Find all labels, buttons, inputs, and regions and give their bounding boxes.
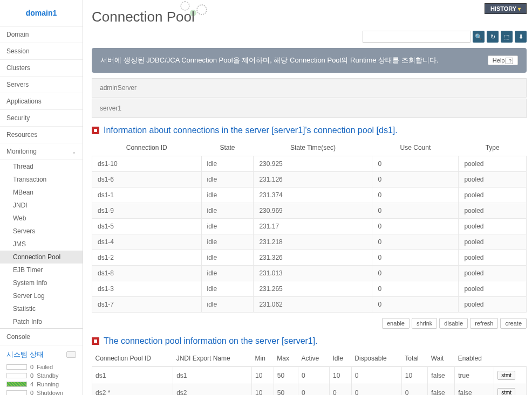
- cell-state: idle: [201, 281, 254, 297]
- cell-state: idle: [201, 203, 254, 219]
- table-row[interactable]: ds1-4idle231.2180pooled: [92, 234, 527, 250]
- cell-type: pooled: [459, 156, 527, 172]
- col-connection-id: Connection ID: [92, 140, 202, 156]
- cell-id: ds1-1: [92, 188, 202, 203]
- search-input[interactable]: [363, 31, 470, 43]
- table-row[interactable]: ds1-10idle230.9250pooled: [92, 156, 527, 172]
- sidebar-item-domain[interactable]: Domain: [0, 26, 83, 43]
- cell-time: 231.013: [254, 266, 372, 281]
- cell-id: ds1-3: [92, 281, 202, 297]
- sidebar-sub-transaction[interactable]: Transaction: [0, 173, 83, 186]
- cell-wait: false: [428, 384, 455, 396]
- cell-max: 50: [274, 367, 298, 384]
- table-row[interactable]: ds1-3idle231.2650pooled: [92, 281, 527, 297]
- cell-count: 0: [372, 203, 459, 219]
- enable-button[interactable]: enable: [382, 318, 410, 329]
- help-button[interactable]: Help: [488, 56, 518, 65]
- refresh-icon[interactable]: ↻: [487, 31, 499, 43]
- sidebar-sub-patch-info[interactable]: Patch Info: [0, 315, 83, 328]
- search-icon[interactable]: 🔍: [473, 31, 485, 43]
- sidebar-sub-monitoring: Thread Transaction MBean JNDI Web Server…: [0, 160, 83, 328]
- status-panel-icon[interactable]: [66, 351, 76, 358]
- status-row-running: 4 Running: [6, 380, 76, 389]
- sidebar-item-monitoring[interactable]: Monitoring ⌄: [0, 143, 83, 160]
- col-type: Type: [459, 140, 527, 156]
- stmt-button[interactable]: stmt: [497, 388, 515, 395]
- status-bar-icon: [6, 364, 27, 370]
- sidebar-sub-thread[interactable]: Thread: [0, 160, 83, 173]
- cell-time: 231.17: [254, 219, 372, 234]
- status-bar-icon: [6, 373, 27, 378]
- table-row[interactable]: ds1-7idle231.0620pooled: [92, 297, 527, 313]
- cell-type: pooled: [459, 234, 527, 250]
- table-row[interactable]: ds1-5idle231.170pooled: [92, 219, 527, 234]
- export-icon[interactable]: ⬇: [515, 31, 527, 43]
- sidebar-item-session[interactable]: Session: [0, 43, 83, 60]
- cell-time: 231.062: [254, 297, 372, 313]
- info-banner: 서버에 생성된 JDBC/JCA Connection Pool을 제어하며, …: [92, 48, 527, 73]
- table-row[interactable]: ds2 *ds210500000falsefalsestmt: [92, 384, 527, 396]
- cell-idle: 0: [330, 384, 352, 396]
- sidebar-sub-system-info[interactable]: System Info: [0, 276, 83, 289]
- cell-count: 0: [372, 172, 459, 188]
- section1-title: Information about connections in the ser…: [92, 126, 527, 135]
- cell-count: 0: [372, 156, 459, 172]
- status-count: 0: [30, 364, 33, 370]
- cell-count: 0: [372, 234, 459, 250]
- cell-stmt: stmt: [494, 384, 527, 396]
- status-row-shutdown: 0 Shutdown: [6, 389, 76, 395]
- table-row[interactable]: ds1-6idle231.1260pooled: [92, 172, 527, 188]
- sidebar-sub-mbean[interactable]: MBean: [0, 186, 83, 199]
- col-stmt: [494, 350, 527, 367]
- table-row[interactable]: ds1-1idle231.3740pooled: [92, 188, 527, 203]
- table-row[interactable]: ds1-9idle230.9690pooled: [92, 203, 527, 219]
- cell-time: 231.126: [254, 172, 372, 188]
- sidebar-sub-servers[interactable]: Servers: [0, 225, 83, 238]
- sidebar-sub-statistic[interactable]: Statistic: [0, 302, 83, 315]
- sidebar-console[interactable]: Console: [0, 328, 83, 345]
- cell-id: ds1-7: [92, 297, 202, 313]
- table-header-row: Connection ID State State Time(sec) Use …: [92, 140, 527, 156]
- cell-type: pooled: [459, 281, 527, 297]
- system-status-title-text: 시스템 상태: [6, 350, 44, 359]
- table-row[interactable]: ds1ds11050010010falsetruestmt: [92, 367, 527, 384]
- refresh-button[interactable]: refresh: [470, 318, 498, 329]
- system-status-panel: 시스템 상태 0 Failed 0 Standby 4 Running 0: [0, 345, 83, 395]
- create-button[interactable]: create: [500, 318, 527, 329]
- sidebar-item-clusters[interactable]: Clusters: [0, 60, 83, 77]
- server-row-server1[interactable]: server1: [92, 99, 527, 118]
- cell-time: 231.265: [254, 281, 372, 297]
- xml-icon[interactable]: ⬚: [501, 31, 513, 43]
- table-row[interactable]: ds1-2idle231.3260pooled: [92, 250, 527, 266]
- cell-max: 50: [274, 384, 298, 396]
- sidebar-sub-connection-pool[interactable]: Connection Pool: [0, 251, 83, 264]
- table-row[interactable]: ds1-8idle231.0130pooled: [92, 266, 527, 281]
- cell-state: idle: [201, 188, 254, 203]
- domain-header[interactable]: domain1: [0, 0, 83, 26]
- disable-button[interactable]: disable: [439, 318, 468, 329]
- sidebar-sub-jndi[interactable]: JNDI: [0, 199, 83, 212]
- stmt-button[interactable]: stmt: [497, 371, 515, 380]
- server-row-admin[interactable]: adminServer: [92, 78, 527, 98]
- cell-idle: 10: [330, 367, 352, 384]
- cell-jndi: ds2: [173, 384, 252, 396]
- cell-state: idle: [201, 234, 254, 250]
- sidebar-sub-ejb-timer[interactable]: EJB Timer: [0, 264, 83, 276]
- sidebar-item-resources[interactable]: Resources: [0, 127, 83, 143]
- sidebar-item-servers[interactable]: Servers: [0, 77, 83, 93]
- shrink-button[interactable]: shrink: [412, 318, 437, 329]
- sidebar-sub-jms[interactable]: JMS: [0, 238, 83, 251]
- sidebar-sub-web[interactable]: Web: [0, 212, 83, 225]
- cell-state: idle: [201, 250, 254, 266]
- cell-id: ds1-6: [92, 172, 202, 188]
- cell-active: 0: [298, 384, 329, 396]
- cell-count: 0: [372, 219, 459, 234]
- cell-id: ds1-5: [92, 219, 202, 234]
- cell-id: ds1-4: [92, 234, 202, 250]
- sidebar-item-applications[interactable]: Applications: [0, 93, 83, 110]
- status-count: 4: [30, 381, 33, 387]
- col-wait: Wait: [428, 350, 455, 367]
- sidebar-sub-server-log[interactable]: Server Log: [0, 289, 83, 302]
- cell-count: 0: [372, 281, 459, 297]
- sidebar-item-security[interactable]: Security: [0, 110, 83, 127]
